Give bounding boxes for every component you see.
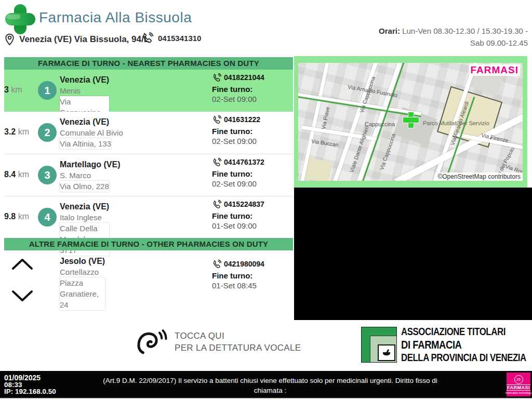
phone-icon [212,73,222,83]
header-phone-number: 0415341310 [158,34,201,43]
fine-turno-label: Fine turno: [212,211,264,221]
footer-ip: IP: 192.168.0.50 [4,388,56,395]
rank-badge: 1 [38,81,57,100]
pharmacy-phone-number: 0414761372 [224,157,264,167]
pharmacy-address: Venezia (VE) Via Bissuola, 94/L [4,33,149,46]
farmasi-badge: 25 [514,375,523,384]
association-line3: DELLA PROVINCIA DI VENEZIA [401,351,526,364]
fine-turno-time: 01-Set 08:45 [212,281,264,290]
page-title: Farmacia Alla Bissuola [39,9,192,26]
street-label: Via Cappuccina [378,132,396,170]
pharmacy-phone-number: 0421980094 [224,259,264,269]
phone-icon [212,259,222,269]
nearest-pharmacies-banner: FARMACIE DI TURNO - NEAREST PHARMACIES O… [4,57,293,70]
pharmacy-cross-icon [5,4,35,34]
footer-notice-line1: (Art.9 D.M. 22/09/2017) Il servizio a ba… [88,376,452,395]
street-label: Via Buccari [311,138,339,148]
location-pin-icon [4,33,15,46]
phone-icon [141,32,154,44]
pharmacy-city: Venezia (VE) [60,116,123,127]
pharmacy-name: Cortellazzo [60,267,105,277]
voice-line1: TOCCA QUI [175,330,301,342]
pharmacy-phone-number: 0415224837 [224,200,264,209]
pharmacy-street: Via Altinia, 133 [60,138,111,149]
voice-line2: PER LA DETTATURA VOCALE [175,342,301,354]
pharmacy-row-3[interactable]: 8.4 km 3 Martellago (VE) S. Marco Via Ol… [4,154,293,196]
footer-bar: 01/09/2025 08:33 IP: 192.168.0.50 (Art.9… [0,371,532,398]
chevron-up-icon[interactable] [10,257,37,272]
rank-badge: 2 [38,123,57,142]
pharmacy-city: Venezia (VE) [60,74,109,85]
phone-icon [212,200,222,209]
farmasi-watermark: FARMASI [469,64,521,76]
phone-icon [212,115,222,125]
association-logo: ASSOCIAZIONE TITOLARI DI FARMACIA DELLA … [361,325,532,364]
fine-turno-label: Fine turno: [212,271,264,281]
fine-turno-time: 02-Set 09:00 [212,136,260,146]
pharmacy-row-4[interactable]: 9.8 km 4 Venezia (VE) Italo Inglese Call… [4,196,293,238]
park-label: Parco Mutilati per Servizio [423,120,472,127]
distance: 9.8 km [4,212,34,221]
kiosk-screen: Farmacia Alla Bissuola Venezia (VE) Via … [0,0,532,399]
distance: 3 km [4,85,34,95]
video-panel [294,188,532,320]
other-pharmacy-row[interactable]: Jesolo (VE) Cortellazzo Piazza Granatier… [4,250,293,321]
orari-label: Orari: [379,26,400,35]
fine-turno-label: Fine turno: [212,84,264,94]
map-panel: Via Piave Via Arnaldo Fusinato Via Cappu… [294,56,527,188]
pharmacy-street: Via Olmo, 228 [60,181,109,192]
fine-turno-label: Fine turno: [212,126,260,136]
phone-icon [212,157,222,167]
map[interactable]: Via Piave Via Arnaldo Fusinato Via Cappu… [298,63,523,181]
association-emblem-icon [361,327,397,363]
fine-turno-time: 01-Set 09:00 [212,221,264,231]
pharmacy-phone-number: 041631222 [224,115,260,125]
pharmacy-phone: 0415341310 [141,32,201,44]
fine-turno-time: 02-Set 09:00 [212,179,264,189]
rank-badge: 3 [38,166,57,184]
distance: 8.4 km [4,170,34,179]
address-text: Venezia (VE) Via Bissuola, 94/L [19,34,149,45]
pharmacy-marker-icon [403,112,419,128]
ear-icon [136,328,167,355]
association-line1: ASSOCIAZIONE TITOLARI [401,325,526,338]
chevron-down-icon[interactable] [10,289,37,304]
pharmacy-row-1[interactable]: 3 km 1 Venezia (VE) Menis Via Cappuccina… [4,70,293,112]
pharmacy-name: S. Marco [60,170,120,181]
pharmacy-city: Martellago (VE) [60,159,120,170]
rank-badge: 4 [38,208,57,227]
area-label: Cappuccina [365,121,395,127]
fine-turno-label: Fine turno: [212,169,264,179]
street-label: Via Piave [320,106,331,130]
pharmacy-name: Comunale Al Bivio [60,127,123,138]
pharmacy-name: Menis [60,85,109,96]
pharmacy-city: Jesolo (VE) [60,256,105,267]
map-attribution: ©OpenStreetMap contributors [435,172,523,181]
opening-hours: Orari: Lun-Ven 08.30-12.30 / 15.30-19.30… [310,25,528,49]
association-line2: DI FARMACIA [401,338,526,351]
pharmacy-name: Italo Inglese [60,212,109,223]
mortar-icon [382,349,391,357]
other-pharmacies-banner: ALTRE FARMACIE DI TURNO - OTHER PHARMACI… [4,238,293,250]
voice-dictation-button[interactable]: TOCCA QUI PER LA DETTATURA VOCALE [136,328,301,355]
pharmacy-phone-number: 0418221044 [224,73,264,83]
pharmacy-city: Venezia (VE) [60,201,109,212]
distance: 3.2 km [4,127,34,137]
farmasi-logo: 25 FARMASI information technology [507,373,530,396]
pharmacy-street: Piazza Granatiere, 24 [60,277,105,310]
fine-turno-time: 02-Set 09:00 [212,94,264,104]
pharmacy-row-2[interactable]: 3.2 km 2 Venezia (VE) Comunale Al Bivio … [4,112,293,154]
